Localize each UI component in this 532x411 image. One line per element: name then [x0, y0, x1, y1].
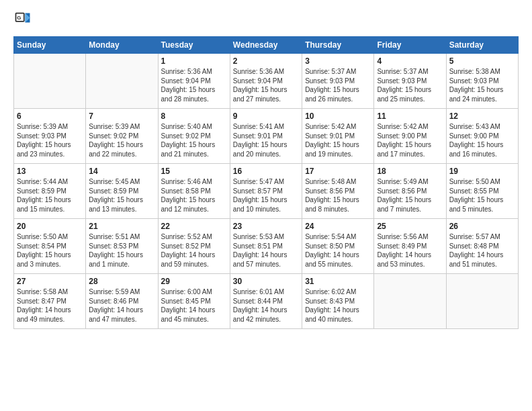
day-number: 22	[161, 222, 227, 231]
calendar-cell: 25Sunrise: 5:56 AM Sunset: 8:49 PM Dayli…	[374, 219, 446, 274]
logo-icon: G	[13, 11, 32, 30]
day-info: Sunrise: 5:56 AM Sunset: 8:49 PM Dayligh…	[377, 232, 443, 269]
day-info: Sunrise: 5:44 AM Sunset: 8:59 PM Dayligh…	[17, 177, 83, 214]
svg-text:G: G	[17, 15, 21, 21]
calendar-cell: 15Sunrise: 5:46 AM Sunset: 8:58 PM Dayli…	[158, 164, 230, 219]
day-number: 31	[305, 277, 371, 286]
calendar-cell: 14Sunrise: 5:45 AM Sunset: 8:59 PM Dayli…	[86, 164, 158, 219]
weekday-header: Monday	[86, 37, 158, 54]
calendar-cell: 17Sunrise: 5:48 AM Sunset: 8:56 PM Dayli…	[302, 164, 374, 219]
day-number: 5	[449, 56, 515, 66]
day-info: Sunrise: 5:42 AM Sunset: 9:01 PM Dayligh…	[305, 122, 371, 158]
calendar-cell: 22Sunrise: 5:52 AM Sunset: 8:52 PM Dayli…	[158, 219, 230, 274]
day-number: 25	[377, 222, 443, 231]
calendar-cell: 26Sunrise: 5:57 AM Sunset: 8:48 PM Dayli…	[446, 219, 518, 274]
calendar-cell: 16Sunrise: 5:47 AM Sunset: 8:57 PM Dayli…	[230, 164, 302, 219]
day-number: 29	[161, 277, 227, 286]
day-number: 17	[305, 167, 371, 176]
day-number: 12	[449, 111, 515, 121]
day-info: Sunrise: 5:53 AM Sunset: 8:51 PM Dayligh…	[233, 232, 299, 269]
calendar-cell: 11Sunrise: 5:42 AM Sunset: 9:00 PM Dayli…	[374, 109, 446, 164]
day-number: 18	[377, 167, 443, 176]
calendar-cell: 30Sunrise: 6:01 AM Sunset: 8:44 PM Dayli…	[230, 274, 302, 329]
day-info: Sunrise: 5:45 AM Sunset: 8:59 PM Dayligh…	[89, 177, 154, 214]
calendar-cell: 20Sunrise: 5:50 AM Sunset: 8:54 PM Dayli…	[14, 219, 86, 274]
logo: G	[13, 11, 35, 30]
calendar-cell: 4Sunrise: 5:37 AM Sunset: 9:03 PM Daylig…	[374, 54, 446, 109]
weekday-header: Sunday	[14, 37, 86, 54]
calendar-cell: 19Sunrise: 5:50 AM Sunset: 8:55 PM Dayli…	[446, 164, 518, 219]
weekday-header: Wednesday	[230, 37, 302, 54]
calendar-cell: 18Sunrise: 5:49 AM Sunset: 8:56 PM Dayli…	[374, 164, 446, 219]
day-info: Sunrise: 5:39 AM Sunset: 9:02 PM Dayligh…	[89, 122, 154, 158]
day-info: Sunrise: 5:37 AM Sunset: 9:03 PM Dayligh…	[377, 67, 443, 103]
calendar-cell: 13Sunrise: 5:44 AM Sunset: 8:59 PM Dayli…	[14, 164, 86, 219]
day-number: 27	[17, 277, 83, 286]
day-info: Sunrise: 5:46 AM Sunset: 8:58 PM Dayligh…	[161, 177, 227, 214]
day-info: Sunrise: 5:58 AM Sunset: 8:47 PM Dayligh…	[17, 287, 83, 324]
day-number: 4	[377, 56, 443, 66]
day-number: 13	[17, 167, 83, 176]
day-number: 2	[233, 56, 299, 66]
calendar-cell: 7Sunrise: 5:39 AM Sunset: 9:02 PM Daylig…	[86, 109, 158, 164]
day-number: 20	[17, 222, 83, 231]
day-info: Sunrise: 6:01 AM Sunset: 8:44 PM Dayligh…	[233, 287, 299, 324]
calendar-cell: 12Sunrise: 5:43 AM Sunset: 9:00 PM Dayli…	[446, 109, 518, 164]
page: G SundayMondayTuesdayWednesdayThursdayFr…	[0, 0, 532, 411]
calendar-cell: 1Sunrise: 5:36 AM Sunset: 9:04 PM Daylig…	[158, 54, 230, 109]
day-number: 1	[161, 56, 227, 66]
calendar-cell: 2Sunrise: 5:36 AM Sunset: 9:04 PM Daylig…	[230, 54, 302, 109]
calendar-cell: 28Sunrise: 5:59 AM Sunset: 8:46 PM Dayli…	[86, 274, 158, 329]
day-info: Sunrise: 5:41 AM Sunset: 9:01 PM Dayligh…	[233, 122, 299, 158]
day-number: 16	[233, 167, 299, 176]
day-number: 3	[305, 56, 371, 66]
day-info: Sunrise: 5:50 AM Sunset: 8:55 PM Dayligh…	[449, 177, 515, 214]
day-number: 26	[449, 222, 515, 231]
day-info: Sunrise: 5:59 AM Sunset: 8:46 PM Dayligh…	[89, 287, 154, 324]
calendar-cell: 6Sunrise: 5:39 AM Sunset: 9:03 PM Daylig…	[14, 109, 86, 164]
calendar-body: 1Sunrise: 5:36 AM Sunset: 9:04 PM Daylig…	[14, 54, 519, 329]
day-info: Sunrise: 5:36 AM Sunset: 9:04 PM Dayligh…	[161, 67, 227, 103]
day-number: 11	[377, 111, 443, 121]
day-number: 6	[17, 111, 83, 121]
day-info: Sunrise: 5:50 AM Sunset: 8:54 PM Dayligh…	[17, 232, 83, 269]
weekday-row: SundayMondayTuesdayWednesdayThursdayFrid…	[14, 37, 519, 54]
calendar-cell	[86, 54, 158, 109]
day-number: 10	[305, 111, 371, 121]
day-number: 14	[89, 167, 154, 176]
weekday-header: Saturday	[446, 37, 518, 54]
day-info: Sunrise: 5:57 AM Sunset: 8:48 PM Dayligh…	[449, 232, 515, 269]
calendar-week-row: 6Sunrise: 5:39 AM Sunset: 9:03 PM Daylig…	[14, 109, 519, 164]
calendar-week-row: 20Sunrise: 5:50 AM Sunset: 8:54 PM Dayli…	[14, 219, 519, 274]
calendar-cell: 29Sunrise: 6:00 AM Sunset: 8:45 PM Dayli…	[158, 274, 230, 329]
day-number: 15	[161, 167, 227, 176]
calendar-header: SundayMondayTuesdayWednesdayThursdayFrid…	[14, 37, 519, 54]
day-number: 21	[89, 222, 154, 231]
day-info: Sunrise: 5:36 AM Sunset: 9:04 PM Dayligh…	[233, 67, 299, 103]
day-number: 8	[161, 111, 227, 121]
calendar-cell: 27Sunrise: 5:58 AM Sunset: 8:47 PM Dayli…	[14, 274, 86, 329]
day-number: 9	[233, 111, 299, 121]
weekday-header: Friday	[374, 37, 446, 54]
calendar-cell: 31Sunrise: 6:02 AM Sunset: 8:43 PM Dayli…	[302, 274, 374, 329]
calendar-cell: 5Sunrise: 5:38 AM Sunset: 9:03 PM Daylig…	[446, 54, 518, 109]
day-info: Sunrise: 5:39 AM Sunset: 9:03 PM Dayligh…	[17, 122, 83, 158]
day-info: Sunrise: 6:02 AM Sunset: 8:43 PM Dayligh…	[305, 287, 371, 324]
calendar-cell: 21Sunrise: 5:51 AM Sunset: 8:53 PM Dayli…	[86, 219, 158, 274]
weekday-header: Tuesday	[158, 37, 230, 54]
calendar-week-row: 13Sunrise: 5:44 AM Sunset: 8:59 PM Dayli…	[14, 164, 519, 219]
day-number: 19	[449, 167, 515, 176]
day-number: 30	[233, 277, 299, 286]
day-number: 7	[89, 111, 154, 121]
weekday-header: Thursday	[302, 37, 374, 54]
header: G	[13, 11, 519, 30]
day-number: 28	[89, 277, 154, 286]
day-info: Sunrise: 5:37 AM Sunset: 9:03 PM Dayligh…	[305, 67, 371, 103]
day-info: Sunrise: 5:48 AM Sunset: 8:56 PM Dayligh…	[305, 177, 371, 214]
day-info: Sunrise: 5:52 AM Sunset: 8:52 PM Dayligh…	[161, 232, 227, 269]
day-number: 24	[305, 222, 371, 231]
calendar-cell	[374, 274, 446, 329]
calendar-cell: 8Sunrise: 5:40 AM Sunset: 9:02 PM Daylig…	[158, 109, 230, 164]
day-number: 23	[233, 222, 299, 231]
day-info: Sunrise: 5:49 AM Sunset: 8:56 PM Dayligh…	[377, 177, 443, 214]
